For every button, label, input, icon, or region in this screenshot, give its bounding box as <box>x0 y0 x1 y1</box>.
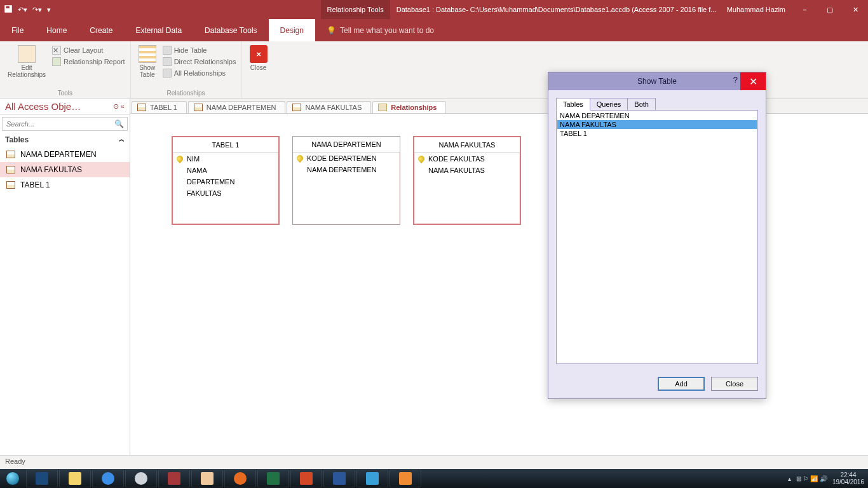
nav-item[interactable]: NAMA DEPARTEMEN <box>0 147 130 162</box>
minimize-button[interactable]: － <box>792 0 817 19</box>
relationship-report-button[interactable]: Relationship Report <box>52 57 125 67</box>
taskbar-app-explorer[interactable] <box>59 470 91 487</box>
save-icon[interactable] <box>4 4 13 15</box>
search-icon[interactable]: 🔍 <box>111 118 127 130</box>
tab-create[interactable]: Create <box>78 19 124 41</box>
show-table-icon <box>139 45 156 63</box>
edit-relationships-button[interactable]: Edit Relationships <box>5 44 48 79</box>
taskbar-app-powerpoint[interactable] <box>290 470 322 487</box>
table-box-header: NAMA DEPARTEMEN <box>293 137 400 152</box>
title-bar: ↶▾ ↷▾ ▾ Relationship Tools Database1 : D… <box>0 0 868 19</box>
taskbar-app-browser[interactable] <box>125 470 157 487</box>
nav-section-label: Tables <box>5 135 29 144</box>
table-box[interactable]: NAMA DEPARTEMENKODE DEPARTEMENNAMA DEPAR… <box>292 136 400 225</box>
table-box-header: TABEL 1 <box>173 137 278 153</box>
all-relationships-button[interactable]: All Relationships <box>163 68 236 78</box>
nav-section-tables[interactable]: Tables ︽ <box>0 133 130 147</box>
dialog-list-item[interactable]: NAMA DEPARTEMEN <box>557 111 757 120</box>
taskbar-app-firefox[interactable] <box>224 470 256 487</box>
dialog-help-icon[interactable]: ? <box>733 75 738 85</box>
show-table-dialog[interactable]: Show Table ? ✕ TablesQueriesBoth NAMA DE… <box>548 72 766 399</box>
edit-relationships-icon <box>18 45 36 63</box>
clock[interactable]: 22:44 19/04/2016 <box>832 471 864 485</box>
nav-header[interactable]: All Access Obje… <box>5 101 81 112</box>
taskbar-app-word[interactable] <box>323 470 355 487</box>
hide-table-icon <box>163 46 172 55</box>
document-tab-label: TABEL 1 <box>150 104 177 111</box>
taskbar: ▴ ⊞ ⚐ 📶 🔊 22:44 19/04/2016 <box>0 469 868 488</box>
nav-item[interactable]: NAMA FAKULTAS <box>0 162 130 177</box>
table-field[interactable]: NAMA <box>173 165 278 176</box>
taskbar-app-access[interactable] <box>158 470 190 487</box>
taskbar-app-paint[interactable] <box>191 470 223 487</box>
clear-layout-button[interactable]: ✕Clear Layout <box>52 45 125 55</box>
add-button[interactable]: Add <box>658 377 705 391</box>
document-tab[interactable]: Relationships <box>372 101 446 113</box>
document-tab[interactable]: NAMA DEPARTEMEN <box>188 101 286 113</box>
nav-menu-icon[interactable]: ⊙ « <box>113 102 125 111</box>
undo-icon[interactable]: ↶▾ <box>18 6 27 14</box>
close-dialog-button[interactable]: Close <box>711 377 758 391</box>
clock-date: 19/04/2016 <box>832 478 864 485</box>
dialog-list-item[interactable]: TABEL 1 <box>557 129 757 138</box>
edit-relationships-label: Edit Relationships <box>8 64 46 78</box>
collapse-icon[interactable]: ︽ <box>119 135 125 144</box>
close-label: Close <box>250 64 267 71</box>
tab-home[interactable]: Home <box>35 19 78 41</box>
close-icon: ✕ <box>250 45 268 63</box>
system-tray[interactable]: ▴ ⊞ ⚐ 📶 🔊 22:44 19/04/2016 <box>788 471 868 485</box>
tab-database-tools[interactable]: Database Tools <box>193 19 269 41</box>
dialog-tab[interactable]: Tables <box>556 98 590 111</box>
tray-icons[interactable]: ⊞ ⚐ 📶 🔊 <box>796 475 827 482</box>
close-design-button[interactable]: ✕ Close <box>247 44 270 72</box>
svg-rect-1 <box>6 6 10 9</box>
table-box[interactable]: TABEL 1NIMNAMADEPARTEMENFAKULTAS <box>172 136 280 225</box>
table-field[interactable]: FAKULTAS <box>173 187 278 199</box>
direct-relationships-button[interactable]: Direct Relationships <box>163 57 236 67</box>
document-tab[interactable]: TABEL 1 <box>132 101 187 113</box>
nav-item-label: NAMA DEPARTEMEN <box>20 150 97 159</box>
tell-me[interactable]: 💡 Tell me what you want to do <box>315 19 434 41</box>
nav-item[interactable]: TABEL 1 <box>0 177 130 193</box>
document-tab[interactable]: NAMA FAKULTAS <box>287 101 371 113</box>
table-field[interactable]: NAMA DEPARTEMEN <box>293 164 400 175</box>
start-button[interactable] <box>0 469 25 488</box>
dialog-list-item[interactable]: NAMA FAKULTAS <box>557 120 757 129</box>
taskbar-app-1[interactable] <box>26 470 58 487</box>
table-field[interactable]: NIM <box>173 153 278 165</box>
close-window-button[interactable]: ✕ <box>843 0 868 19</box>
dialog-tab[interactable]: Queries <box>590 98 628 111</box>
qat-customize-icon[interactable]: ▾ <box>47 6 51 14</box>
search-input[interactable] <box>3 118 111 130</box>
tray-up-icon[interactable]: ▴ <box>788 475 791 482</box>
dialog-table-list[interactable]: NAMA DEPARTEMENNAMA FAKULTASTABEL 1 <box>556 110 758 364</box>
clock-time: 22:44 <box>832 471 864 478</box>
taskbar-app-generic1[interactable] <box>356 470 388 487</box>
bulb-icon: 💡 <box>327 26 336 35</box>
dialog-titlebar[interactable]: Show Table ? ✕ <box>548 72 766 90</box>
table-box[interactable]: NAMA FAKULTASKODE FAKULTASNAMA FAKULTAS <box>413 136 521 225</box>
group-relationships-label: Relationships <box>136 88 236 97</box>
nav-search[interactable]: 🔍 <box>2 117 128 131</box>
dialog-tab[interactable]: Both <box>627 98 656 111</box>
taskbar-app-excel[interactable] <box>257 470 289 487</box>
document-tab-label: Relationships <box>391 104 437 111</box>
tab-design[interactable]: Design <box>269 19 315 41</box>
restore-button[interactable]: ▢ <box>817 0 843 19</box>
report-icon <box>52 57 61 66</box>
table-field[interactable]: KODE DEPARTEMEN <box>293 152 400 164</box>
hide-table-button[interactable]: Hide Table <box>163 45 236 55</box>
contextual-tab-label: Relationship Tools <box>321 0 390 19</box>
taskbar-app-generic2[interactable] <box>390 470 421 487</box>
tab-external-data[interactable]: External Data <box>124 19 193 41</box>
table-field[interactable]: KODE FAKULTAS <box>414 153 520 165</box>
table-box-header: NAMA FAKULTAS <box>414 137 520 153</box>
taskbar-app-ie[interactable] <box>92 470 124 487</box>
user-name: Muhammad Hazim <box>721 0 792 19</box>
redo-icon[interactable]: ↷▾ <box>32 6 42 14</box>
table-field[interactable]: NAMA FAKULTAS <box>414 165 520 176</box>
show-table-button[interactable]: Show Table <box>136 44 159 79</box>
table-field[interactable]: DEPARTEMEN <box>173 176 278 187</box>
dialog-close-button[interactable]: ✕ <box>740 72 766 90</box>
tab-file[interactable]: File <box>0 19 35 41</box>
